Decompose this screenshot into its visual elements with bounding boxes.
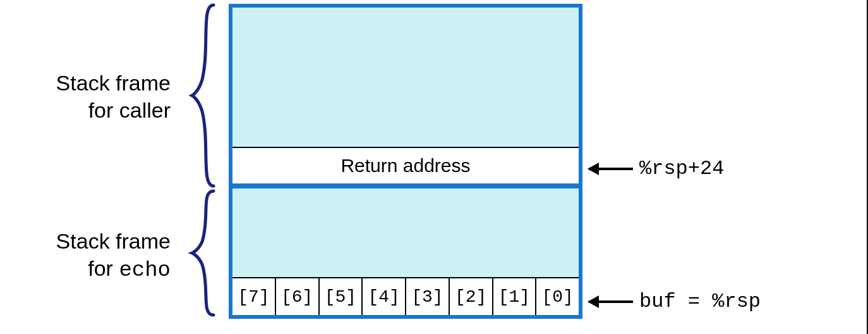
buf-cell-5: [5] (320, 278, 363, 315)
pointer-rsp24: %rsp+24 (589, 157, 724, 180)
label-caller-line1: Stack frame (0, 70, 171, 97)
caller-frame-area (232, 8, 579, 147)
buf-cell-0: [0] (536, 278, 579, 315)
label-echo-line2: for echo (0, 255, 171, 284)
label-echo-frame: Stack frame for echo (0, 228, 171, 283)
pointer-buf: buf = %rsp (589, 290, 761, 313)
return-address-text: Return address (341, 155, 470, 176)
stack-box: Return address [7] [6] [5] [4] [3] [2] [… (229, 4, 582, 319)
echo-frame-padding (232, 189, 579, 277)
frame-divider (232, 183, 579, 189)
buf-row: [7] [6] [5] [4] [3] [2] [1] [0] (232, 277, 579, 315)
buf-cell-7: [7] (232, 278, 276, 315)
pointer-rsp24-label: %rsp+24 (639, 157, 724, 180)
return-address-row: Return address (232, 147, 579, 183)
arrow-icon (589, 300, 633, 303)
diagram-root: Stack frame for caller Stack frame for e… (0, 0, 868, 334)
label-caller-line2: for caller (0, 97, 171, 124)
buf-cell-6: [6] (276, 278, 320, 315)
buf-cell-2: [2] (450, 278, 493, 315)
label-caller-frame: Stack frame for caller (0, 70, 171, 123)
label-echo-line1: Stack frame (0, 228, 171, 255)
pointer-buf-label: buf = %rsp (639, 290, 761, 313)
buf-cell-3: [3] (406, 278, 450, 315)
buf-cell-1: [1] (493, 278, 537, 315)
brace-echo (190, 190, 215, 316)
arrow-icon (589, 168, 633, 170)
buf-cell-4: [4] (363, 278, 406, 315)
brace-caller (190, 4, 215, 187)
